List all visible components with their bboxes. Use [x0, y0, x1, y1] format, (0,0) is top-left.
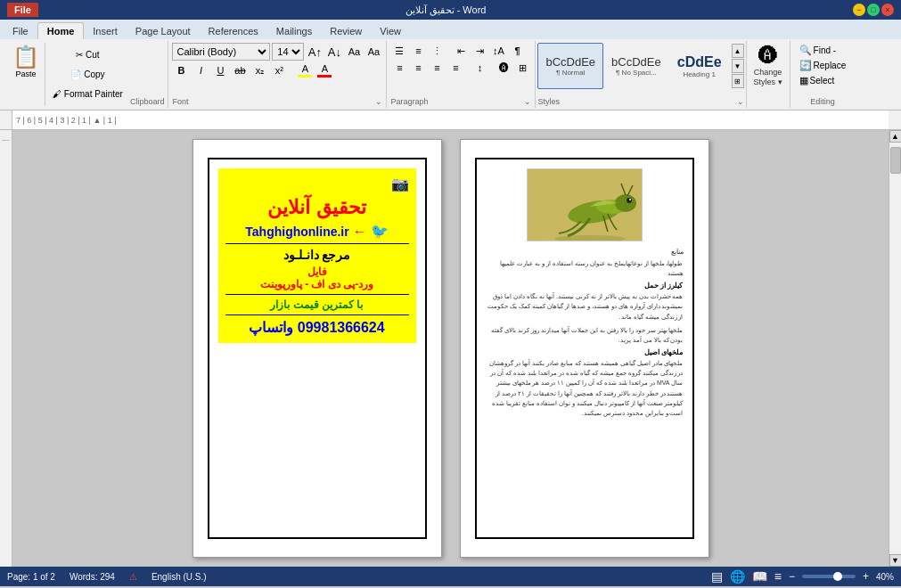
styles-scroll-up[interactable]: ▲	[732, 44, 744, 58]
sort-button[interactable]: ↕A	[489, 43, 507, 59]
justify-button[interactable]: ≡	[446, 60, 464, 76]
paragraph-group: ☰ ≡ ⋮ ⇤ ⇥ ↕A ¶ ≡ ≡ ≡ ≡ ↕ 🅐 ⊞ Paragraph ⌄	[387, 41, 536, 108]
minimize-button[interactable]: −	[853, 4, 865, 16]
tab-view[interactable]: View	[371, 23, 410, 39]
page1-formats: ورد-پی دی اف - پاورپوینت	[225, 278, 409, 290]
shrink-font-button[interactable]: A↓	[325, 44, 343, 60]
zoom-thumb[interactable]	[833, 572, 842, 581]
language-indicator[interactable]: English (U.S.)	[152, 572, 207, 582]
editing-group: 🔍 Find - 🔄 Replace ▦ Select Editing	[790, 41, 856, 108]
font-group-label: Font ⌄	[172, 97, 382, 106]
decrease-indent-button[interactable]: ⇤	[452, 43, 470, 59]
underline-button[interactable]: U	[211, 62, 229, 78]
spell-check-icon[interactable]: ⚠	[129, 572, 137, 582]
view-outline-button[interactable]: ≡	[774, 569, 782, 584]
styles-more[interactable]: ⊞	[732, 74, 744, 88]
styles-expand-icon[interactable]: ⌄	[737, 97, 744, 106]
tab-insert[interactable]: Insert	[84, 23, 127, 39]
status-bar: Page: 1 of 2 Words: 294 ⚠ English (U.S.)…	[0, 567, 901, 586]
align-right-button[interactable]: ≡	[428, 60, 446, 76]
copy-button[interactable]: 📄 Copy	[49, 68, 127, 81]
view-reading-button[interactable]: 📖	[752, 569, 767, 584]
grow-font-button[interactable]: A↑	[306, 44, 324, 60]
font-size-select[interactable]: 14	[272, 43, 304, 61]
page2-paragraph2: همه حشرات بدن به پیش بالاتر از نه کرنی ن…	[486, 291, 684, 322]
font-color-button[interactable]: A	[315, 63, 333, 78]
zoom-slider[interactable]	[802, 575, 856, 578]
editing-group-label: Editing	[794, 97, 852, 106]
replace-label: Replace	[814, 61, 847, 70]
page1-phone: 09981366624 واتساپ	[225, 319, 409, 336]
tab-file[interactable]: File	[4, 23, 37, 39]
tab-mailings[interactable]: Mailings	[267, 23, 321, 39]
change-styles-button[interactable]: 🅐 ChangeStyles ▾	[752, 43, 784, 89]
scroll-track[interactable]	[889, 143, 901, 554]
find-button[interactable]: 🔍 Find -	[794, 43, 852, 58]
clear-format-button[interactable]: Aa	[345, 44, 363, 60]
shading-button[interactable]: 🅐	[495, 60, 512, 76]
font-highlight-button[interactable]: A	[296, 63, 314, 78]
italic-button[interactable]: I	[192, 62, 209, 78]
page2-image-container	[486, 168, 684, 241]
multilevel-button[interactable]: ⋮	[428, 43, 446, 59]
scroll-down-button[interactable]: ▼	[889, 554, 902, 567]
font-group: Calibri (Body) 14 A↑ A↓ Aa Aa B I U ab x…	[168, 41, 387, 108]
strikethrough-button[interactable]: ab	[231, 62, 249, 78]
font-row2: B I U ab x₂ x² A A	[172, 62, 382, 78]
tab-home[interactable]: Home	[37, 22, 85, 39]
close-button[interactable]: ×	[881, 4, 894, 16]
select-button[interactable]: ▦ Select	[794, 73, 852, 88]
clipboard-label: Clipboard	[130, 97, 165, 106]
font-expand-icon[interactable]: ⌄	[375, 97, 382, 106]
page1-file-label: فایل	[225, 265, 409, 278]
increase-indent-button[interactable]: ⇥	[471, 43, 488, 59]
align-center-button[interactable]: ≡	[409, 60, 427, 76]
zoom-in-button[interactable]: +	[863, 570, 869, 583]
scroll-thumb[interactable]	[890, 147, 901, 174]
bold-button[interactable]: B	[172, 62, 190, 78]
workspace: │ 📷 تحقیق آنلاین Tahghighonline.ir ← 🐦	[0, 130, 901, 567]
numbering-button[interactable]: ≡	[409, 43, 427, 59]
change-case-button[interactable]: Aa	[364, 44, 382, 60]
instagram-icon: 📷	[391, 176, 409, 192]
format-painter-button[interactable]: 🖌 Format Painter	[49, 87, 127, 101]
scroll-up-button[interactable]: ▲	[889, 130, 902, 143]
tab-references[interactable]: References	[200, 23, 267, 39]
style-normal[interactable]: bCcDdEe ¶ Normal	[537, 43, 603, 89]
page1-border: 📷 تحقیق آنلاین Tahghighonline.ir ← 🐦 مرج…	[208, 158, 427, 539]
paste-button[interactable]: 📋 Paste	[7, 43, 45, 106]
bullets-button[interactable]: ☰	[390, 43, 408, 59]
page-1: 📷 تحقیق آنلاین Tahghighonline.ir ← 🐦 مرج…	[192, 139, 442, 558]
tab-review[interactable]: Review	[321, 23, 371, 39]
styles-scroll-down[interactable]: ▼	[732, 59, 744, 73]
paragraph-expand-icon[interactable]: ⌄	[524, 97, 531, 106]
clipboard-group: 📋 Paste ✂ Cut 📄 Copy 🖌 Format Painter Cl…	[4, 41, 168, 108]
line-spacing-button[interactable]: ↕	[471, 60, 488, 76]
svg-point-4	[627, 198, 632, 203]
view-print-button[interactable]: ▤	[711, 569, 723, 584]
maximize-button[interactable]: □	[867, 4, 880, 16]
zoom-out-button[interactable]: −	[789, 570, 795, 583]
border-button[interactable]: ⊞	[513, 60, 531, 76]
style-heading1[interactable]: cDdEe Heading 1	[669, 43, 730, 89]
superscript-button[interactable]: x²	[270, 62, 288, 78]
show-hide-button[interactable]: ¶	[508, 43, 526, 59]
highlight-icon: A	[302, 63, 308, 74]
clipboard-small-buttons: ✂ Cut 📄 Copy 🖌 Format Painter	[45, 43, 130, 106]
find-icon: 🔍	[799, 45, 812, 56]
page2-source-label: منابع	[486, 247, 684, 258]
file-button[interactable]: File	[7, 3, 38, 17]
font-name-select[interactable]: Calibri (Body)	[172, 43, 270, 61]
cut-button[interactable]: ✂ Cut	[49, 48, 127, 61]
page1-url: Tahghighonline.ir	[245, 225, 348, 239]
tab-page-layout[interactable]: Page Layout	[127, 23, 200, 39]
replace-button[interactable]: 🔄 Replace	[794, 58, 852, 73]
align-left-button[interactable]: ≡	[390, 60, 408, 76]
view-web-button[interactable]: 🌐	[730, 569, 745, 584]
style-nospace[interactable]: bCcDdEe ¶ No Spaci...	[603, 43, 669, 89]
page1-content: 📷 تحقیق آنلاین Tahghighonline.ir ← 🐦 مرج…	[218, 168, 416, 343]
title-bar: File تحقیق آنلاین - Word − □ ×	[0, 0, 901, 20]
ruler-right	[889, 110, 901, 129]
select-label: Select	[810, 76, 835, 86]
subscript-button[interactable]: x₂	[250, 62, 268, 78]
